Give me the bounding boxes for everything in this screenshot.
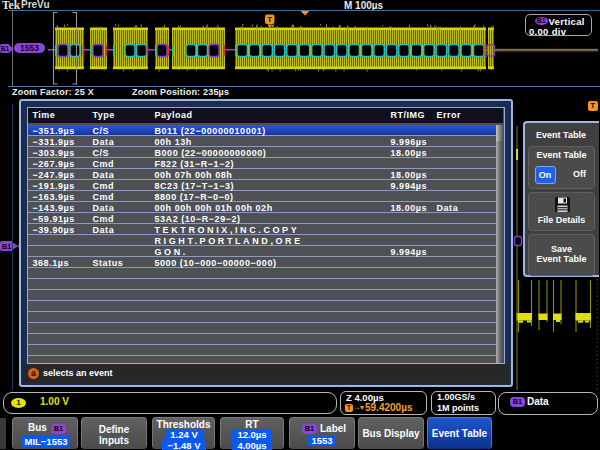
svg-text:T: T xyxy=(267,15,272,24)
svg-text:B1: B1 xyxy=(2,242,12,251)
